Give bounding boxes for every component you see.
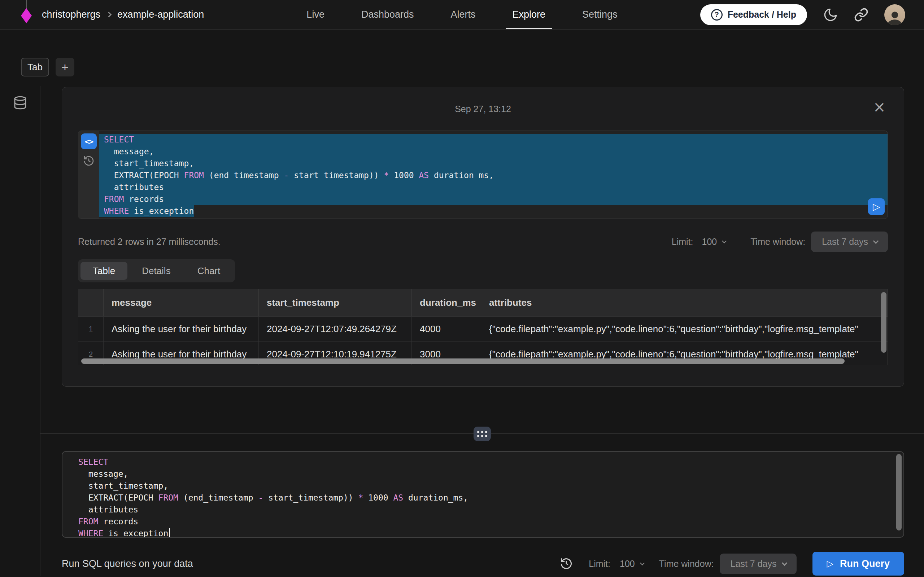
limit-dropdown[interactable]: 100 bbox=[620, 559, 643, 569]
schema-browser-button[interactable] bbox=[13, 95, 27, 112]
limit-label: Limit: bbox=[589, 559, 611, 569]
query-history-button[interactable] bbox=[560, 557, 573, 570]
history-timestamp: Sep 27, 13:12 bbox=[455, 104, 511, 114]
sql-query-editor[interactable]: SELECT message, start_timestamp, EXTRACT… bbox=[62, 451, 904, 538]
share-link-button[interactable] bbox=[854, 8, 868, 22]
query-tab-bar: Tab + bbox=[0, 29, 924, 76]
breadcrumb-project[interactable]: example-application bbox=[117, 9, 204, 20]
history-icon[interactable] bbox=[83, 155, 95, 168]
limit-dropdown[interactable]: 100 bbox=[702, 237, 725, 247]
results-table-header: message start_timestamp duration_ms attr… bbox=[78, 289, 888, 316]
run-query-button[interactable]: ▷ Run Query bbox=[813, 552, 905, 575]
vertical-scrollbar[interactable] bbox=[881, 292, 887, 353]
feedback-help-button[interactable]: ? Feedback / Help bbox=[700, 4, 807, 25]
person-silhouette-icon bbox=[885, 10, 904, 25]
play-icon: ▷ bbox=[827, 559, 834, 569]
left-sidebar bbox=[0, 86, 40, 576]
table-row[interactable]: 1 Asking the user for their birthday 202… bbox=[78, 316, 888, 342]
chevron-down-icon bbox=[873, 238, 879, 244]
limit-label: Limit: bbox=[672, 237, 693, 247]
chevron-down-icon bbox=[640, 561, 645, 566]
time-window-dropdown[interactable]: Last 7 days bbox=[720, 554, 796, 574]
query-tab[interactable]: Tab bbox=[21, 58, 49, 76]
breadcrumb: christophergs example-application bbox=[20, 6, 204, 23]
user-avatar[interactable] bbox=[884, 4, 905, 25]
row-number-header bbox=[78, 289, 103, 316]
tab-chart[interactable]: Chart bbox=[185, 262, 233, 280]
chevron-down-icon bbox=[782, 560, 787, 566]
nav-item-live[interactable]: Live bbox=[304, 0, 327, 29]
horizontal-scrollbar[interactable] bbox=[81, 358, 845, 364]
result-view-tabs: Table Details Chart bbox=[78, 259, 235, 282]
editor-vertical-scrollbar[interactable] bbox=[896, 454, 901, 530]
code-icon[interactable]: <> bbox=[81, 134, 97, 149]
feedback-help-label: Feedback / Help bbox=[728, 10, 796, 20]
link-icon bbox=[854, 8, 868, 22]
column-header-duration-ms: duration_ms bbox=[412, 289, 481, 316]
history-sql-editor[interactable]: <> SELECT message, start_timestamp, EXTR… bbox=[78, 131, 888, 219]
nav-item-explore[interactable]: Explore bbox=[510, 0, 548, 29]
explore-main: Sep 27, 13:12 × <> SELECT message, start… bbox=[40, 86, 924, 576]
run-history-query-button[interactable]: ▷ bbox=[868, 198, 885, 215]
tab-details[interactable]: Details bbox=[129, 262, 183, 280]
nav-item-settings[interactable]: Settings bbox=[580, 0, 620, 29]
breadcrumb-org[interactable]: christophergs bbox=[42, 9, 100, 20]
time-window-label: Time window: bbox=[750, 237, 805, 247]
nav-item-dashboards[interactable]: Dashboards bbox=[359, 0, 416, 29]
play-icon: ▷ bbox=[873, 201, 880, 213]
database-icon bbox=[13, 95, 27, 111]
column-header-start-timestamp: start_timestamp bbox=[259, 289, 412, 316]
tab-table[interactable]: Table bbox=[81, 262, 128, 280]
query-footer-bar: Run SQL queries on your data Limit: 100 … bbox=[62, 548, 904, 577]
history-icon bbox=[560, 557, 573, 570]
main-nav-menu: Live Dashboards Alerts Explore Settings bbox=[304, 0, 619, 29]
question-circle-icon: ? bbox=[711, 9, 723, 21]
column-header-attributes: attributes bbox=[481, 289, 888, 316]
breadcrumb-separator-icon bbox=[106, 12, 112, 18]
query-history-card: Sep 27, 13:12 × <> SELECT message, start… bbox=[62, 87, 904, 387]
nav-item-alerts[interactable]: Alerts bbox=[448, 0, 478, 29]
logfire-logo-icon bbox=[20, 6, 32, 23]
top-nav: christophergs example-application Live D… bbox=[0, 0, 924, 29]
column-header-message: message bbox=[103, 289, 259, 316]
footer-hint: Run SQL queries on your data bbox=[62, 558, 193, 569]
time-window-label: Time window: bbox=[659, 559, 714, 569]
close-icon[interactable]: × bbox=[873, 100, 886, 115]
result-summary: Returned 2 rows in 27 milliseconds. bbox=[78, 237, 221, 247]
time-window-dropdown[interactable]: Last 7 days bbox=[811, 232, 888, 252]
add-tab-button[interactable]: + bbox=[56, 58, 74, 76]
text-cursor bbox=[169, 528, 170, 538]
results-table: message start_timestamp duration_ms attr… bbox=[78, 289, 888, 365]
chevron-down-icon bbox=[722, 239, 727, 243]
resize-handle-icon[interactable] bbox=[473, 427, 491, 441]
editor-gutter: <> bbox=[78, 131, 99, 219]
history-sql-code: SELECT message, start_timestamp, EXTRACT… bbox=[99, 131, 888, 219]
moon-icon bbox=[823, 7, 838, 23]
dark-mode-toggle[interactable] bbox=[823, 7, 838, 23]
